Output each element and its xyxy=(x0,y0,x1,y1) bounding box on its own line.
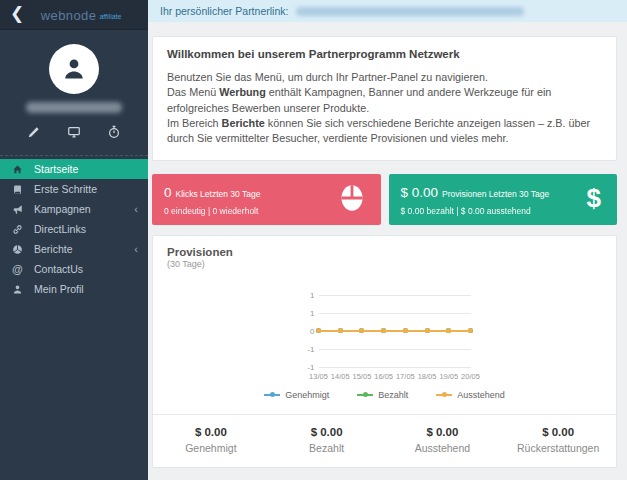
stopwatch-icon xyxy=(107,125,121,139)
sidebar-item-contactus[interactable]: @ ContactUs xyxy=(0,259,148,279)
sidebar-menu: Startseite Erste Schritte Kampagnen ‹ Di… xyxy=(0,159,148,299)
summary-value: $ 0.00 xyxy=(269,426,385,438)
redacted-partner-link[interactable] xyxy=(296,7,524,16)
website-button[interactable] xyxy=(67,125,81,139)
summary-value: $ 0.00 xyxy=(153,426,269,438)
monitor-icon xyxy=(67,125,81,139)
legend-label: Genehmigt xyxy=(285,390,329,400)
x-tick-label: 19/05 xyxy=(439,372,458,381)
gridline xyxy=(319,295,471,296)
sidebar-item-kampagnen[interactable]: Kampagnen ‹ xyxy=(0,199,148,219)
logo-suffix-text: affiliate xyxy=(99,13,121,20)
summary-bezahlt: $ 0.00 Bezahlt xyxy=(269,426,385,454)
avatar xyxy=(49,44,99,94)
redacted-username xyxy=(26,102,122,113)
stat-cards: 0Klicks Letzten 30 Tage 0 eindeutig | 0 … xyxy=(152,174,617,225)
x-tick-label: 20/05 xyxy=(461,372,480,381)
summary-row: $ 0.00 Genehmigt $ 0.00 Bezahlt $ 0.00 A… xyxy=(153,414,616,467)
welcome-line-2: Das Menü Werbung enthält Kampagnen, Bann… xyxy=(167,85,602,116)
summary-genehmigt: $ 0.00 Genehmigt xyxy=(153,426,269,454)
sidebar-item-erste-schritte[interactable]: Erste Schritte xyxy=(0,179,148,199)
home-icon xyxy=(12,164,23,175)
logo-brand-text: webnode xyxy=(41,8,97,23)
sidebar-item-label: Mein Profil xyxy=(34,283,138,295)
y-tick-label: 1 xyxy=(297,309,315,318)
x-tick-label: 17/05 xyxy=(396,372,415,381)
y-tick-label: -1 xyxy=(297,363,315,372)
chart-x-axis: 13/0514/0515/0516/0517/0518/0519/0520/05 xyxy=(319,372,471,382)
y-tick-label: 0 xyxy=(297,327,315,336)
topbar: Ihr persönlicher Partnerlink: xyxy=(148,0,627,22)
person-icon xyxy=(61,56,87,82)
sidebar: ❮ webnodeaffiliate xyxy=(0,0,148,480)
summary-label: Bezahlt xyxy=(269,442,385,454)
summary-label: Ausstehend xyxy=(385,442,501,454)
sidebar-header: ❮ webnodeaffiliate xyxy=(0,0,148,30)
sidebar-item-directlinks[interactable]: DirectLinks xyxy=(0,219,148,239)
legend-label: Bezahlt xyxy=(378,390,408,400)
sidebar-item-startseite[interactable]: Startseite xyxy=(0,159,148,179)
person-icon xyxy=(12,284,23,295)
book-icon xyxy=(12,184,23,195)
sidebar-item-label: DirectLinks xyxy=(34,223,138,235)
commissions-sub: $ 0.00 bezahlt | $ 0.00 ausstehend xyxy=(401,206,606,216)
welcome-panel: Willkommen bei unserem Partnerprogramm N… xyxy=(152,36,617,161)
content: Willkommen bei unserem Partnerprogramm N… xyxy=(148,22,627,480)
history-button[interactable] xyxy=(107,125,121,139)
chart-plot: 110-1-1 xyxy=(319,295,471,367)
collapse-sidebar-icon[interactable]: ❮ xyxy=(10,5,24,22)
summary-label: Genehmigt xyxy=(153,442,269,454)
sidebar-item-label: Kampagnen xyxy=(34,203,134,215)
pencil-icon xyxy=(27,125,41,139)
data-point xyxy=(338,328,343,333)
summary-label: Rückerstattungen xyxy=(500,442,616,454)
sidebar-item-mein-profil[interactable]: Mein Profil xyxy=(0,279,148,299)
sidebar-item-label: Erste Schritte xyxy=(34,183,138,195)
chart-subtitle: (30 Tage) xyxy=(167,259,602,269)
main-area: Ihr persönlicher Partnerlink: Willkommen… xyxy=(148,0,627,480)
clicks-label: Klicks Letzten 30 Tage xyxy=(176,189,261,199)
summary-ausstehend: $ 0.00 Ausstehend xyxy=(385,426,501,454)
legend-item[interactable]: Genehmigt xyxy=(264,390,329,400)
chevron-left-icon: ‹ xyxy=(134,203,138,215)
data-point xyxy=(359,328,364,333)
legend-item[interactable]: Bezahlt xyxy=(357,390,408,400)
summary-value: $ 0.00 xyxy=(500,426,616,438)
clicks-card: 0Klicks Letzten 30 Tage 0 eindeutig | 0 … xyxy=(152,174,381,225)
edit-profile-button[interactable] xyxy=(27,125,41,139)
logo: webnodeaffiliate xyxy=(24,6,138,24)
commissions-value: $ 0.00 xyxy=(401,185,439,200)
summary-rueckerstattungen: $ 0.00 Rückerstattungen xyxy=(500,426,616,454)
chart-title: Provisionen xyxy=(167,246,602,258)
sidebar-item-label: ContactUs xyxy=(34,263,138,275)
chevron-left-icon: ‹ xyxy=(134,243,138,255)
x-tick-label: 15/05 xyxy=(353,372,372,381)
data-point xyxy=(403,328,408,333)
data-point xyxy=(468,328,473,333)
x-tick-label: 16/05 xyxy=(374,372,393,381)
legend-marker-icon xyxy=(357,394,373,396)
sidebar-item-label: Startseite xyxy=(34,163,138,175)
affiliate-dashboard: ❮ webnodeaffiliate xyxy=(0,0,627,480)
data-point xyxy=(316,328,321,333)
x-tick-label: 18/05 xyxy=(418,372,437,381)
welcome-line-1: Benutzen Sie das Menü, um durch Ihr Part… xyxy=(167,70,602,85)
legend-label: Ausstehend xyxy=(457,390,505,400)
x-tick-label: 13/05 xyxy=(309,372,328,381)
commissions-label: Provisionen Letzten 30 Tage xyxy=(442,189,549,199)
x-tick-label: 14/05 xyxy=(331,372,350,381)
at-sign-icon: @ xyxy=(12,264,23,275)
dollar-icon: $ xyxy=(587,184,601,213)
profile-actions xyxy=(0,125,148,145)
y-tick-label: 1 xyxy=(297,291,315,300)
legend-item[interactable]: Ausstehend xyxy=(436,390,505,400)
gridline xyxy=(319,349,471,350)
partner-link-label: Ihr persönlicher Partnerlink: xyxy=(160,5,288,17)
clicks-value: 0 xyxy=(164,185,172,200)
megaphone-icon xyxy=(12,204,23,215)
data-point xyxy=(425,328,430,333)
sidebar-item-berichte[interactable]: Berichte ‹ xyxy=(0,239,148,259)
commissions-chart-panel: Provisionen (30 Tage) 110-1-1 13/0514/05… xyxy=(152,235,617,468)
legend-marker-icon xyxy=(264,394,280,396)
legend-marker-icon xyxy=(436,394,452,396)
